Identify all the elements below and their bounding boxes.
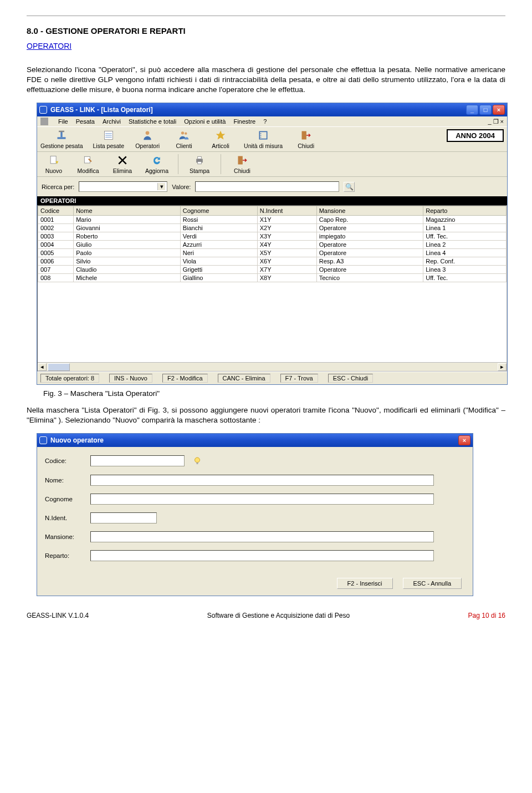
- valore-input[interactable]: [195, 181, 339, 192]
- column-header[interactable]: Nome: [74, 206, 181, 216]
- menu-help[interactable]: ?: [263, 118, 267, 125]
- field-label: Codice:: [45, 458, 85, 464]
- scale-icon: [54, 129, 69, 141]
- text-input[interactable]: [90, 512, 157, 523]
- scroll-thumb[interactable]: [48, 363, 70, 371]
- operatori-link[interactable]: OPERATORI: [27, 42, 71, 50]
- scroll-left-icon[interactable]: ◂: [38, 363, 47, 371]
- close-button[interactable]: ×: [493, 105, 505, 115]
- search-row: Ricerca per: ▾ Valore: 🔍: [37, 177, 507, 196]
- mdi-close[interactable]: ×: [500, 118, 504, 125]
- column-header[interactable]: Codice: [38, 206, 74, 216]
- menu-finestre[interactable]: Finestre: [233, 118, 255, 125]
- table-row[interactable]: 0006SilvioViolaX6YResp. A3Rep. Conf.: [38, 257, 507, 266]
- tool-lista-pesate[interactable]: Lista pesate: [93, 129, 124, 149]
- svg-rect-1: [61, 131, 63, 137]
- edit-icon: [80, 154, 96, 166]
- print-icon: [192, 154, 207, 166]
- mdi-minimize[interactable]: _: [488, 118, 491, 125]
- column-header[interactable]: Mansione: [316, 206, 423, 216]
- tool-operatori[interactable]: Operatori: [134, 129, 161, 149]
- table-cell: X2Y: [257, 224, 316, 232]
- table-cell: Rep. Conf.: [423, 257, 507, 266]
- column-header[interactable]: Reparto: [423, 206, 507, 216]
- status-cell: ESC - Chiudi: [328, 374, 374, 383]
- table-cell: impiegato: [316, 232, 423, 241]
- table-cell: X1Y: [257, 216, 316, 224]
- find-button[interactable]: 🔍: [344, 182, 355, 192]
- horizontal-scrollbar[interactable]: ◂ ▸: [38, 362, 507, 371]
- table-cell: Linea 1: [423, 224, 507, 232]
- table-cell: Grigetti: [180, 266, 257, 274]
- table-cell: Rossi: [180, 216, 257, 224]
- tool-aggiorna[interactable]: Aggiorna: [144, 154, 170, 174]
- column-header[interactable]: N.Indent: [257, 206, 316, 216]
- tool-gestione-pesata[interactable]: Gestione pesata: [40, 129, 83, 149]
- table-cell: Operatore: [316, 241, 423, 249]
- table-cell: Neri: [180, 249, 257, 257]
- table-row[interactable]: 0005PaoloNeriX5YOperatoreLinea 4: [38, 249, 507, 257]
- tool-stampa[interactable]: Stampa: [186, 154, 213, 174]
- dialog-icon: [39, 436, 47, 444]
- tool-clienti[interactable]: Clienti: [171, 129, 197, 149]
- column-header[interactable]: Cognome: [180, 206, 257, 216]
- maximize-button[interactable]: □: [479, 105, 492, 115]
- menu-statistiche[interactable]: Statistiche e totali: [129, 118, 176, 125]
- table-cell: 007: [38, 266, 74, 274]
- scroll-right-icon[interactable]: ▸: [498, 363, 507, 371]
- chevron-down-icon: ▾: [157, 183, 165, 190]
- figure-caption-3: Fig. 3 – Maschera "Lista Operatori": [43, 389, 505, 398]
- menu-archivi[interactable]: Archivi: [103, 118, 121, 125]
- text-input[interactable]: [90, 550, 434, 561]
- menu-bar: File Pesata Archivi Statistiche e totali…: [37, 116, 507, 126]
- status-cell: F2 - Modifica: [162, 374, 208, 383]
- text-input[interactable]: [90, 475, 434, 486]
- field-label: Mansione:: [45, 533, 85, 540]
- grid-wrapper: CodiceNomeCognomeN.IndentMansioneReparto…: [37, 205, 507, 372]
- text-input[interactable]: [90, 455, 185, 466]
- exit-icon: [234, 154, 250, 166]
- table-cell: 0001: [38, 216, 74, 224]
- minimize-button[interactable]: _: [466, 105, 478, 115]
- tool-nuovo[interactable]: Nuovo: [40, 154, 67, 174]
- close-button[interactable]: ×: [458, 435, 470, 445]
- tool-elimina[interactable]: Elimina: [109, 154, 136, 174]
- table-cell: X3Y: [257, 232, 316, 241]
- text-input[interactable]: [90, 494, 434, 505]
- exit-icon: [298, 129, 314, 141]
- table-row[interactable]: 0001MarioRossiX1YCapo Rep.Magazzino: [38, 216, 507, 224]
- menu-pesata[interactable]: Pesata: [76, 118, 95, 125]
- table-cell: Capo Rep.: [316, 216, 423, 224]
- status-cell: F7 - Trova: [280, 374, 318, 383]
- table-cell: Uff. Tec.: [423, 274, 507, 282]
- table-cell: Michele: [74, 274, 181, 282]
- table-cell: Paolo: [74, 249, 181, 257]
- table-cell: Linea 2: [423, 241, 507, 249]
- lightbulb-icon[interactable]: [190, 455, 204, 467]
- tool-chiudi[interactable]: Chiudi: [293, 129, 319, 149]
- table-row[interactable]: 008MicheleGiallinoX8YTecnicoUff. Tec.: [38, 274, 507, 282]
- insert-button[interactable]: F2 - Inserisci: [337, 578, 393, 589]
- table-row[interactable]: 0002GiovanniBianchiX2YOperatoreLinea 1: [38, 224, 507, 232]
- paragraph-2: Nella maschera "Lista Operatori" di Fig.…: [27, 405, 505, 425]
- tool-modifica[interactable]: Modifica: [75, 154, 101, 174]
- table-row[interactable]: 007ClaudioGrigettiX7YOperatoreLinea 3: [38, 266, 507, 274]
- menu-opzioni[interactable]: Opzioni e utilità: [184, 118, 226, 125]
- mdi-restore[interactable]: ❐: [493, 118, 499, 125]
- table-row[interactable]: 0004GiulioAzzurriX4YOperatoreLinea 2: [38, 241, 507, 249]
- paragraph-1: Selezionando l'icona "Operatori", si può…: [27, 65, 505, 95]
- search-combo[interactable]: ▾: [79, 181, 167, 192]
- status-cell: INS - Nuovo: [109, 374, 152, 383]
- table-cell: Tecnico: [316, 274, 423, 282]
- cancel-button[interactable]: ESC - Annulla: [403, 578, 462, 589]
- dialog-title: Nuovo operatore: [50, 436, 458, 444]
- search-label: Ricerca per:: [42, 184, 74, 190]
- tool-unita-misura[interactable]: Unità di misura: [244, 129, 283, 149]
- table-cell: Giulio: [74, 241, 181, 249]
- footer-right: Pag 10 di 16: [468, 612, 505, 619]
- table-row[interactable]: 0003RobertoVerdiX3YimpiegatoUff. Tec.: [38, 232, 507, 241]
- menu-file[interactable]: File: [58, 118, 68, 125]
- tool-chiudi-sub[interactable]: Chiudi: [229, 154, 255, 174]
- tool-articoli[interactable]: Articoli: [207, 129, 234, 149]
- text-input[interactable]: [90, 531, 434, 542]
